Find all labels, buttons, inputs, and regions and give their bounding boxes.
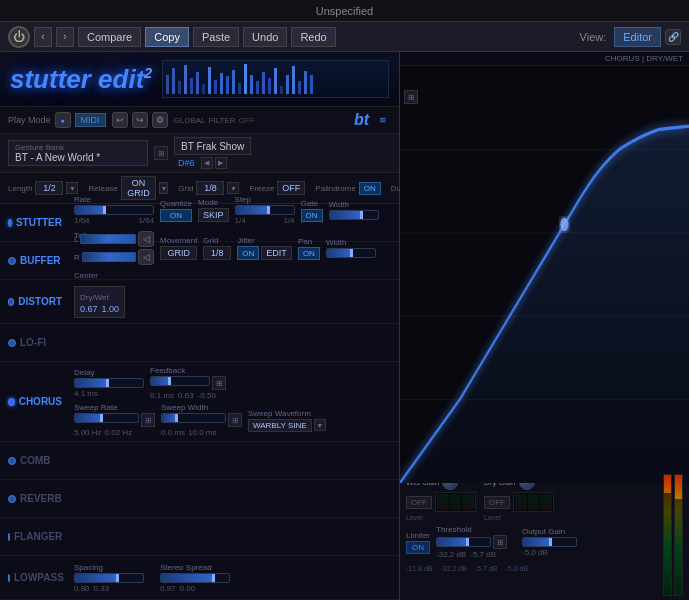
top-controls: Play Mode ● MIDI ↩ ↪ ⚙ GLOBAL FILTER OFF… bbox=[0, 107, 399, 134]
rewind-icon[interactable]: ↩ bbox=[112, 112, 128, 128]
stereo-spread-slider[interactable] bbox=[160, 573, 230, 583]
buffer-dot[interactable] bbox=[8, 257, 16, 265]
viz-expand-icon[interactable]: ⊞ bbox=[404, 90, 418, 104]
copy-button[interactable]: Copy bbox=[145, 27, 189, 47]
delay-group: Delay 4.1 ms bbox=[74, 368, 144, 398]
waveform-bar bbox=[286, 75, 289, 94]
waveform-bar bbox=[184, 65, 187, 94]
gate-label: Gate bbox=[301, 199, 323, 208]
pan-label: Pan bbox=[298, 237, 320, 246]
stutter-label: STUTTER bbox=[0, 217, 70, 228]
chorus-label: CHORUS bbox=[0, 396, 70, 407]
width-label: Width bbox=[329, 200, 379, 209]
midi-indicator[interactable]: ● bbox=[55, 112, 71, 128]
movement-value[interactable]: GRID bbox=[160, 246, 197, 260]
threshold-expand[interactable]: ⊞ bbox=[493, 535, 507, 549]
settings-icon[interactable]: ⚙ bbox=[152, 112, 168, 128]
comb-dot[interactable] bbox=[8, 457, 16, 465]
jitter-mode[interactable]: EDIT bbox=[261, 246, 292, 260]
paste-button[interactable]: Paste bbox=[193, 27, 239, 47]
limiter-group: Limiter ON bbox=[406, 531, 430, 554]
global-filter-state: OFF bbox=[239, 116, 255, 125]
buffer-R: R bbox=[74, 253, 80, 262]
power-icon: ⏻ bbox=[13, 30, 25, 44]
limiter-toggle[interactable]: ON bbox=[406, 541, 430, 554]
sweep-wf-value[interactable]: WARBLY SINE bbox=[248, 419, 312, 432]
delay-label: Delay bbox=[74, 368, 144, 377]
redo-button[interactable]: Redo bbox=[291, 27, 335, 47]
step-slider[interactable] bbox=[235, 205, 295, 215]
threshold-slider[interactable] bbox=[436, 537, 491, 547]
gesture-bank-label: Gesture Bank bbox=[15, 143, 141, 152]
flanger-section: FLANGER bbox=[0, 518, 399, 556]
lofi-label: LO-FI bbox=[0, 337, 70, 348]
power-button[interactable]: ⏻ bbox=[8, 26, 30, 48]
sweep-width-slider[interactable] bbox=[161, 413, 226, 423]
compare-button[interactable]: Compare bbox=[78, 27, 141, 47]
spacing-slider[interactable] bbox=[74, 573, 144, 583]
mixer-area: Wet Gain OFF Level bbox=[400, 470, 689, 600]
preset-controls: D#6 ◀ ▶ bbox=[174, 157, 251, 169]
jitter-toggle[interactable]: ON bbox=[237, 246, 259, 260]
feedback-expand[interactable]: ⊞ bbox=[212, 376, 226, 390]
threshold-val2: -5.7 dB bbox=[470, 550, 496, 559]
wet-gain-toggle[interactable]: OFF bbox=[406, 496, 432, 509]
flanger-dot[interactable] bbox=[8, 533, 10, 541]
output-gain-slider[interactable] bbox=[522, 537, 577, 547]
meter-val-3: -5.7 dB bbox=[475, 565, 498, 572]
preset-prev[interactable]: ◀ bbox=[201, 157, 213, 169]
buffer-R-icon[interactable]: ◁ bbox=[138, 249, 154, 265]
feedback-group: Feedback ⊞ 0.1 ms 0.63 -0.50 bbox=[150, 366, 250, 400]
midi-button[interactable]: MIDI bbox=[75, 113, 106, 127]
dry-gain-toggle[interactable]: OFF bbox=[484, 496, 510, 509]
preset-area: Gesture Bank BT - A New World * ⊞ BT Fra… bbox=[0, 134, 399, 173]
gesture-bank[interactable]: Gesture Bank BT - A New World * bbox=[8, 140, 148, 166]
sweep-width-expand[interactable]: ⊞ bbox=[228, 413, 242, 427]
sweep-rate-slider[interactable] bbox=[74, 413, 139, 423]
waveform-bar bbox=[172, 68, 175, 94]
distort-dot[interactable] bbox=[8, 298, 14, 306]
nav-next-button[interactable]: › bbox=[56, 27, 74, 47]
step-group: Step 1/4 1/4 bbox=[235, 195, 295, 225]
viz-area: CHORUS | DRY/WET ⊞ bbox=[400, 52, 689, 470]
nav-prev-button[interactable]: ‹ bbox=[34, 27, 52, 47]
buf-grid-value[interactable]: 1/8 bbox=[203, 246, 231, 260]
width-slider[interactable] bbox=[329, 210, 379, 220]
pan-toggle[interactable]: ON bbox=[298, 247, 320, 260]
preset-next[interactable]: ▶ bbox=[215, 157, 227, 169]
quantize-toggle[interactable]: ON bbox=[160, 209, 192, 222]
transport-icons: ↩ ↪ ⚙ bbox=[112, 112, 168, 128]
palindrome-label: Palindrome bbox=[315, 184, 355, 193]
lofi-dot[interactable] bbox=[8, 339, 16, 347]
dry-wet-label: Dry/Wet bbox=[80, 293, 109, 302]
buf-grid-label: Grid bbox=[203, 236, 231, 245]
link-icon[interactable]: 🔗 bbox=[665, 29, 681, 45]
sweep-wf-arrow[interactable]: ▼ bbox=[314, 419, 326, 431]
chorus-dot[interactable] bbox=[8, 398, 15, 406]
delay-slider[interactable] bbox=[74, 378, 144, 388]
preset-list[interactable]: BT Frak Show bbox=[174, 137, 251, 155]
length-value[interactable]: 1/2 bbox=[35, 181, 63, 195]
rate-slider[interactable] bbox=[74, 205, 154, 215]
pan-width-slider[interactable] bbox=[326, 248, 376, 258]
lowpass-dot[interactable] bbox=[8, 574, 10, 582]
reverb-dot[interactable] bbox=[8, 495, 16, 503]
lowpass-section: LOWPASS Spacing 0.80 0.33 bbox=[0, 556, 399, 600]
editor-button[interactable]: Editor bbox=[614, 27, 661, 47]
view-label: View: bbox=[580, 31, 607, 43]
sweep-rate-label: Sweep Rate bbox=[74, 403, 155, 412]
stutter-dot[interactable] bbox=[8, 219, 12, 227]
gate-group: Gate ON bbox=[301, 199, 323, 222]
meter-val-2: -32.2 dB bbox=[440, 565, 466, 572]
sweep-rate-expand[interactable]: ⊞ bbox=[141, 413, 155, 427]
mode-value[interactable]: SKIP bbox=[198, 208, 229, 222]
forward-icon[interactable]: ↪ bbox=[132, 112, 148, 128]
mixer-left: Wet Gain OFF Level bbox=[406, 474, 657, 572]
gesture-bank-expand[interactable]: ⊞ bbox=[154, 146, 168, 160]
gate-toggle[interactable]: ON bbox=[301, 209, 323, 222]
feedback-slider[interactable] bbox=[150, 376, 210, 386]
undo-button[interactable]: Undo bbox=[243, 27, 287, 47]
pan-width-group: Width bbox=[326, 238, 376, 258]
buffer-L-icon[interactable]: ◁ bbox=[138, 231, 154, 247]
quantize-label: Quantize bbox=[160, 199, 192, 208]
